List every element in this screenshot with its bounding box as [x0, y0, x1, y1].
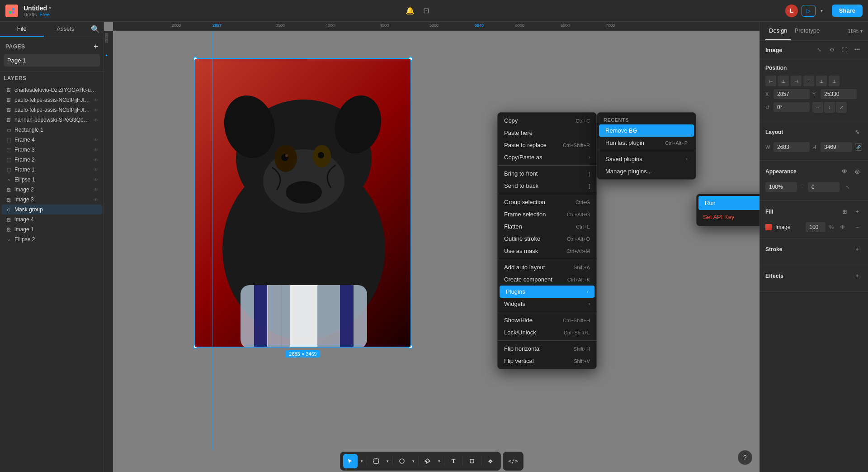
layer-ellipse1[interactable]: ○ Ellipse 1 👁 — [2, 175, 102, 185]
mirror-d-btn[interactable]: ⤢ — [836, 102, 847, 113]
plugin-run-last[interactable]: Run last plugin Ctrl+Alt+P — [599, 137, 694, 149]
tool-shape[interactable] — [465, 454, 479, 468]
ctx-bring-to-front[interactable]: Bring to front ] — [498, 167, 596, 180]
selected-image-wrapper[interactable]: 2683 × 3469 — [194, 58, 411, 348]
user-avatar[interactable]: L — [785, 5, 798, 17]
tool-code[interactable]: </> — [506, 454, 520, 468]
layer-image1[interactable]: 🖼 image 1 — [2, 224, 102, 234]
align-top[interactable]: ⊤ — [803, 76, 814, 86]
plugin-saved[interactable]: Saved plugins › — [599, 153, 694, 165]
notifications-icon[interactable]: 🔔 — [404, 5, 416, 17]
layer-image2[interactable]: 🖼 image 2 👁 — [2, 185, 102, 195]
layer-hannah[interactable]: 🖼 hannah-popowski-SPeG3QbAlyk-... 👁 — [2, 115, 102, 125]
share-button[interactable]: Share — [832, 5, 863, 17]
ctx-outline-stroke[interactable]: Outline stroke Ctrl+Alt+O — [498, 233, 596, 245]
search-toggle[interactable]: 🔍 — [87, 22, 104, 37]
fill-image-swatch[interactable] — [765, 224, 772, 230]
link-icon[interactable]: ⛶ — [839, 44, 850, 55]
plugin-remove-bg[interactable]: Remove BG — [599, 124, 694, 137]
canvas-bg[interactable]: 2683 × 3469 — [113, 31, 760, 450]
tab-design[interactable]: Design — [765, 22, 791, 40]
fill-visibility-icon[interactable]: 👁 — [837, 222, 848, 233]
layer-charlesdeluvio[interactable]: 🖼 charlesdeluvio-DziZIYOGAHc-uns... — [2, 85, 102, 95]
mirror-h-btn[interactable]: ↔ — [812, 102, 823, 113]
tool-pen-dropdown[interactable]: ▾ — [436, 454, 442, 468]
ctx-create-component[interactable]: Create component Ctrl+Alt+K — [498, 273, 596, 286]
tool-circle-dropdown[interactable]: ▾ — [410, 454, 416, 468]
tool-select[interactable] — [343, 454, 358, 468]
canvas-area[interactable]: 2000 2857 3500 4000 4500 5000 5540 6000 … — [104, 22, 760, 472]
ctx-frame-selection[interactable]: Frame selection Ctrl+Alt+G — [498, 208, 596, 220]
h-input[interactable] — [821, 142, 852, 152]
project-title[interactable]: Untitled ▾ — [24, 5, 51, 12]
layer-image4[interactable]: 🖼 image 4 — [2, 215, 102, 224]
settings-icon[interactable]: ⚙ — [826, 44, 837, 55]
ctx-copy[interactable]: Copy Ctrl+C — [498, 114, 596, 127]
ctx-show-hide[interactable]: Show/Hide Ctrl+Shift+H — [498, 314, 596, 326]
layer-frame3[interactable]: ⬚ Frame 3 👁 — [2, 145, 102, 155]
layer-mask-group[interactable]: ⊙ Mask group — [2, 205, 102, 215]
add-effect-icon[interactable]: + — [852, 271, 863, 281]
align-bottom[interactable]: ⊥ — [829, 76, 840, 86]
run-button[interactable]: Run — [698, 196, 760, 210]
layer-paulo1[interactable]: 🖼 paulo-felipe-assis-NCbfPjjFJtA-un... 👁 — [2, 95, 102, 105]
ctx-paste-here[interactable]: Paste here — [498, 127, 596, 139]
ctx-use-as-mask[interactable]: Use as mask Ctrl+Alt+M — [498, 245, 596, 257]
tool-select-dropdown[interactable]: ▾ — [359, 454, 365, 468]
opacity-input[interactable] — [765, 182, 797, 192]
help-button[interactable]: ? — [738, 450, 752, 465]
rotation-input[interactable] — [774, 102, 810, 112]
layer-paulo2[interactable]: 🖼 paulo-felipe-assis-NCbfPjjFJtA-un... 👁 — [2, 105, 102, 115]
w-input[interactable] — [774, 142, 810, 152]
remove-fill-icon[interactable]: − — [852, 222, 863, 233]
x-input[interactable] — [774, 89, 810, 99]
add-fill-icon[interactable]: + — [852, 206, 863, 217]
layer-frame2[interactable]: ⬚ Frame 2 👁 — [2, 155, 102, 165]
ctx-group-selection[interactable]: Group selection Ctrl+G — [498, 196, 596, 208]
layer-frame4[interactable]: ⬚ Frame 4 👁 — [2, 135, 102, 145]
tab-assets[interactable]: Assets — [44, 22, 88, 37]
play-dropdown[interactable]: ▾ — [816, 5, 828, 17]
ctx-add-auto-layout[interactable]: Add auto layout Shift+A — [498, 261, 596, 273]
tool-text[interactable]: T — [446, 454, 461, 468]
y-input[interactable] — [821, 89, 857, 99]
tab-prototype[interactable]: Prototype — [791, 22, 823, 40]
mask-icon-panel[interactable]: ◎ — [852, 166, 863, 177]
layer-rect1[interactable]: ▭ Rectangle 1 — [2, 125, 102, 135]
page-item-1[interactable]: Page 1 — [4, 54, 100, 67]
ctx-plugins[interactable]: Plugins › — [500, 286, 594, 298]
ctx-lock-unlock[interactable]: Lock/Unlock Ctrl+Shift+L — [498, 326, 596, 339]
align-right[interactable]: ⊣ — [791, 76, 802, 86]
lock-ratio-btn[interactable]: 🔗 — [855, 143, 862, 151]
layer-image3[interactable]: 🖼 image 3 👁 — [2, 195, 102, 205]
fill-style-icon[interactable]: ⊞ — [839, 206, 850, 217]
layout-resize-icon[interactable]: ⤡ — [852, 127, 863, 138]
play-button[interactable]: ▷ — [802, 5, 816, 17]
layer-ellipse2[interactable]: ○ Ellipse 2 — [2, 234, 102, 244]
add-stroke-icon[interactable]: + — [852, 244, 863, 255]
tool-pen[interactable] — [420, 454, 435, 468]
tool-circle[interactable] — [395, 454, 409, 468]
more-icon[interactable]: ••• — [852, 44, 863, 55]
fill-opacity-input[interactable] — [806, 222, 826, 232]
tool-frame[interactable] — [369, 454, 383, 468]
resize-icon[interactable]: ⤡ — [814, 44, 825, 55]
radius-input[interactable] — [808, 182, 840, 192]
expand-icon[interactable]: ⤡ — [842, 181, 853, 192]
tool-frame-dropdown[interactable]: ▾ — [384, 454, 391, 468]
plugin-manage[interactable]: Manage plugins... — [599, 165, 694, 177]
align-center-h[interactable]: ⊥ — [778, 76, 789, 86]
ctx-flatten[interactable]: Flatten Ctrl+E — [498, 220, 596, 233]
ctx-flip-v[interactable]: Flip vertical Shift+V — [498, 355, 596, 367]
layers-toggle-icon[interactable]: ⊡ — [420, 5, 433, 17]
ctx-send-to-back[interactable]: Send to back [ — [498, 180, 596, 192]
add-page-button[interactable]: + — [94, 43, 98, 51]
align-left[interactable]: ⊢ — [765, 76, 776, 86]
ctx-flip-h[interactable]: Flip horizontal Shift+H — [498, 343, 596, 355]
visibility-icon[interactable]: 👁 — [839, 166, 850, 177]
set-api-key-button[interactable]: Set API Key — [697, 210, 760, 224]
figma-logo[interactable] — [5, 5, 18, 17]
layer-frame1[interactable]: ⬚ Frame 1 👁 — [2, 165, 102, 175]
ctx-paste-replace[interactable]: Paste to replace Ctrl+Shift+R — [498, 139, 596, 151]
tool-component[interactable]: ❖ — [483, 454, 498, 468]
